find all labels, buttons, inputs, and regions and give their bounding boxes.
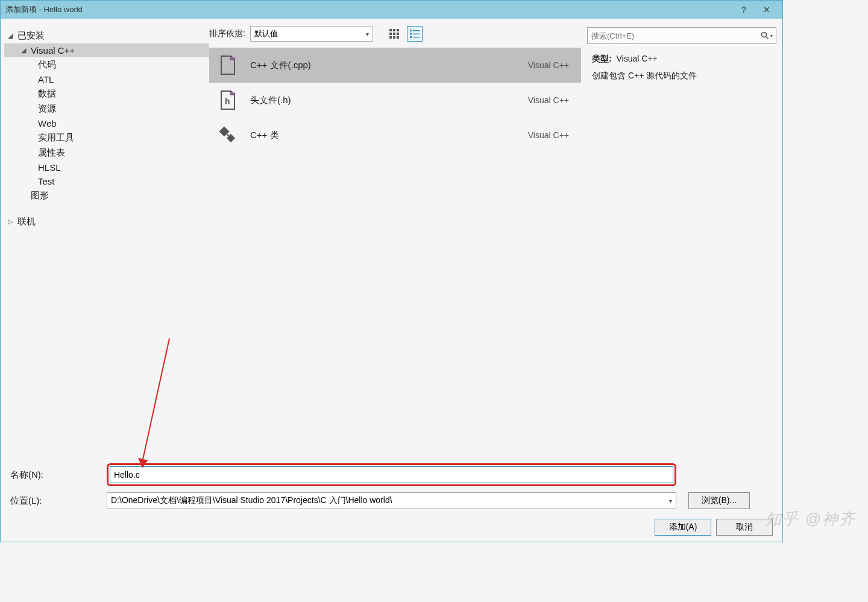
search-input[interactable]: [591, 31, 760, 40]
svg-rect-0: [389, 29, 392, 31]
template-cpp-file[interactable]: ++ C++ 文件(.cpp) Visual C++: [209, 48, 581, 83]
tree-test[interactable]: Test: [4, 174, 209, 188]
svg-rect-4: [393, 33, 395, 35]
chevron-down-icon: [7, 32, 14, 40]
tree-label: Visual C++: [31, 45, 75, 55]
svg-text:++: ++: [230, 55, 236, 62]
description-panel: 类型: Visual C++ 创建包含 C++ 源代码的文件: [581, 19, 782, 457]
tree-resource[interactable]: 资源: [4, 101, 209, 116]
tree-hlsl[interactable]: HLSL: [4, 160, 209, 174]
dialog-footer: 名称(N): 位置(L): D:\OneDrive\文档\编程项目\Visual…: [1, 457, 782, 542]
cancel-button[interactable]: 取消: [716, 519, 773, 536]
template-label: C++ 文件(.cpp): [250, 60, 516, 71]
titlebar: 添加新项 - Hello world ? ✕: [1, 1, 782, 19]
chevron-down-icon: ▾: [669, 498, 672, 504]
svg-rect-5: [397, 33, 399, 35]
tree-installed[interactable]: 已安装: [4, 28, 209, 43]
svg-rect-9: [410, 30, 412, 31]
svg-rect-10: [413, 30, 420, 31]
large-icons-view-button[interactable]: [386, 26, 402, 42]
tree-utilities[interactable]: 实用工具: [4, 130, 209, 145]
template-header-file[interactable]: h++ 头文件(.h) Visual C++: [209, 83, 581, 118]
svg-line-22: [766, 37, 769, 39]
tree-label: 已安装: [17, 30, 45, 42]
chevron-down-icon: [20, 46, 27, 54]
header-file-icon: h++: [218, 90, 238, 110]
tree-label: 联机: [17, 216, 36, 227]
help-button[interactable]: ?: [738, 5, 750, 14]
name-row: 名称(N):: [10, 463, 773, 486]
template-label: C++ 类: [250, 130, 516, 141]
location-row: 位置(L): D:\OneDrive\文档\编程项目\Visual Studio…: [10, 492, 773, 509]
search-box[interactable]: [587, 27, 776, 44]
tree-data[interactable]: 数据: [4, 86, 209, 101]
window-title: 添加新项 - Hello world: [5, 4, 738, 15]
svg-rect-13: [410, 36, 412, 38]
template-lang: Visual C++: [528, 60, 569, 70]
svg-rect-12: [413, 34, 420, 35]
svg-text:h: h: [225, 97, 230, 106]
add-button[interactable]: 添加(A): [655, 519, 711, 536]
tree-web[interactable]: Web: [4, 116, 209, 130]
tree-code[interactable]: 代码: [4, 57, 209, 72]
sort-by-dropdown[interactable]: 默认值 ▾: [250, 26, 373, 42]
list-view-button[interactable]: [407, 26, 423, 42]
template-lang: Visual C++: [528, 95, 569, 105]
template-panel: 排序依据: 默认值 ▾ ++ C++ 文件(.cpp): [209, 19, 581, 457]
location-label: 位置(L):: [10, 495, 107, 507]
sort-by-label: 排序依据:: [209, 28, 245, 39]
template-cpp-class[interactable]: C++ 类 Visual C++: [209, 118, 581, 153]
tree-atl[interactable]: ATL: [4, 72, 209, 86]
name-label: 名称(N):: [10, 469, 107, 481]
cpp-class-icon: [218, 125, 238, 145]
add-new-item-dialog: 添加新项 - Hello world ? ✕ 已安装 Visual C++ 代码…: [0, 0, 783, 542]
tree-visual-cpp[interactable]: Visual C++: [4, 43, 209, 57]
svg-rect-2: [397, 29, 399, 31]
name-input[interactable]: [110, 466, 673, 483]
tree-graphics[interactable]: 图形: [4, 188, 209, 203]
tree-label: 图形: [31, 190, 49, 201]
action-row: 添加(A) 取消: [10, 519, 773, 536]
svg-line-20: [226, 133, 230, 137]
svg-rect-8: [397, 36, 399, 39]
template-label: 头文件(.h): [250, 95, 516, 106]
svg-rect-14: [413, 37, 420, 38]
svg-rect-3: [389, 33, 392, 35]
chevron-right-icon: [7, 218, 14, 226]
template-lang: Visual C++: [528, 130, 569, 140]
dialog-body: 已安装 Visual C++ 代码 ATL 数据 资源 Web 实用工具 属性表…: [1, 19, 782, 457]
category-sidebar: 已安装 Visual C++ 代码 ATL 数据 资源 Web 实用工具 属性表…: [1, 19, 209, 457]
location-input[interactable]: D:\OneDrive\文档\编程项目\Visual Studio 2017\P…: [107, 492, 676, 509]
cpp-file-icon: ++: [218, 55, 238, 75]
close-button[interactable]: ✕: [761, 5, 773, 14]
template-list: ++ C++ 文件(.cpp) Visual C++ h++ 头文件(.h) V…: [209, 48, 581, 153]
svg-rect-7: [393, 36, 395, 39]
svg-rect-11: [410, 33, 412, 35]
name-highlight-box: [107, 463, 676, 486]
type-line: 类型: Visual C++: [587, 54, 776, 65]
chevron-down-icon: ▾: [366, 31, 369, 37]
search-icon[interactable]: [760, 29, 773, 42]
svg-rect-1: [393, 29, 395, 31]
svg-rect-6: [389, 36, 392, 39]
browse-button[interactable]: 浏览(B)...: [688, 492, 750, 509]
svg-text:++: ++: [230, 90, 236, 97]
description-text: 创建包含 C++ 源代码的文件: [587, 71, 776, 81]
template-toolbar: 排序依据: 默认值 ▾: [209, 19, 581, 48]
tree-online[interactable]: 联机: [4, 214, 209, 229]
svg-point-21: [762, 33, 767, 37]
tree-property-sheets[interactable]: 属性表: [4, 145, 209, 160]
